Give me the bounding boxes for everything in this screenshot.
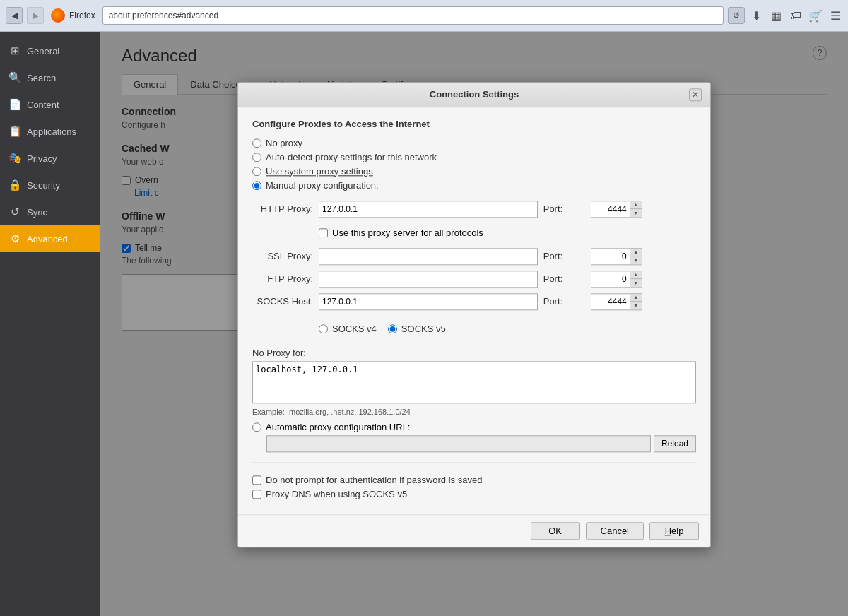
reload-button[interactable]: ↺ [728,7,745,24]
cancel-button[interactable]: Cancel [586,522,644,540]
no-proxy-textarea[interactable]: localhost, 127.0.0.1 [252,361,696,403]
sidebar-item-label: Advanced [27,234,68,244]
main-layout: ⊞ General 🔍 Search 📄 Content 📋 Applicati… [0,32,848,616]
ftp-proxy-input[interactable] [319,271,538,288]
http-proxy-row: HTTP Proxy: Port: ▲ ▼ [252,198,696,220]
auto-proxy-config-label: Automatic proxy configuration URL: [266,422,410,432]
socks-port-input[interactable] [591,293,630,310]
ssl-proxy-input[interactable] [319,248,538,265]
auto-proxy-input-row: Reload [266,435,696,452]
browser-chrome: ◀ ▶ Firefox about:preferences#advanced ↺… [0,0,848,32]
socks5-radio[interactable] [388,324,397,333]
sidebar-item-label: General [27,46,59,57]
socks4-radio[interactable] [319,324,328,333]
socks-port-down[interactable]: ▼ [630,302,642,309]
cart-icon[interactable]: 🛒 [808,8,823,23]
http-port-up[interactable]: ▲ [630,201,642,209]
system-proxy-radio[interactable] [252,167,261,176]
firefox-logo [51,8,65,23]
http-port-spinner: ▲ ▼ [591,201,693,218]
ssl-port-down[interactable]: ▼ [630,256,642,264]
socks-version-wrapper: SOCKS v4 SOCKS v5 [319,320,693,338]
sidebar-item-label: Security [27,180,60,191]
ok-button[interactable]: OK [531,522,580,540]
sidebar-icon[interactable]: ▦ [769,8,783,23]
modal-body: Configure Proxies to Access the Internet… [238,107,710,514]
sidebar-item-security[interactable]: 🔒 Security [0,172,100,199]
socks-port-spinner: ▲ ▼ [591,293,693,310]
forward-button[interactable]: ▶ [27,7,44,24]
http-proxy-label: HTTP Proxy: [252,198,316,220]
content-icon: 📄 [8,98,21,111]
help-button[interactable]: Help [649,522,699,540]
ssl-port-input[interactable] [591,248,630,265]
content-area: Advanced ? General Data Choices Network … [100,32,848,616]
http-port-input[interactable] [591,201,630,218]
http-proxy-input[interactable] [319,201,538,218]
address-bar[interactable]: about:preferences#advanced [102,6,724,25]
socks-port-label: Port: [541,290,588,313]
sidebar-item-sync[interactable]: ↺ Sync [0,199,100,225]
sync-icon: ↺ [8,206,21,218]
sidebar-item-privacy[interactable]: 🎭 Privacy [0,145,100,172]
auto-proxy-url-input[interactable] [266,435,651,452]
sidebar-item-label: Applications [27,126,76,137]
auto-proxy-config-row: Automatic proxy configuration URL: [252,422,696,432]
back-button[interactable]: ◀ [6,7,23,24]
proxy-dns-checkbox[interactable] [252,490,261,499]
modal-checkboxes: Do not prompt for authentication if pass… [252,462,696,499]
no-auth-prompt-row: Do not prompt for authentication if pass… [252,475,696,485]
proxy-section-title: Configure Proxies to Access the Internet [252,119,696,129]
ftp-port-input[interactable] [591,271,630,288]
auto-proxy-config-radio[interactable] [252,422,261,432]
ftp-proxy-row: FTP Proxy: Port: ▲ ▼ [252,268,696,290]
downloads-icon[interactable]: ⬇ [749,8,763,23]
toolbar-icons: ⬇ ▦ 🏷 🛒 ☰ [749,8,842,23]
url-text: about:preferences#advanced [109,11,218,20]
dialog-close-button[interactable]: ✕ [689,88,702,101]
socks5-label: SOCKS v5 [388,324,446,334]
sidebar-item-label: Content [27,100,59,110]
manual-proxy-radio[interactable] [252,181,261,190]
ssl-port-up[interactable]: ▲ [630,249,642,256]
ssl-proxy-label: SSL Proxy: [252,245,316,268]
no-proxy-for-label: No Proxy for: [252,348,696,358]
ftp-port-up[interactable]: ▲ [630,271,642,279]
manual-proxy-label: Manual proxy configuration: [266,180,379,191]
reload-button[interactable]: Reload [654,435,696,452]
sidebar-item-search[interactable]: 🔍 Search [0,64,100,91]
no-auth-prompt-checkbox[interactable] [252,475,261,485]
sidebar-item-advanced[interactable]: ⚙ Advanced [0,225,100,252]
socks-host-input[interactable] [319,293,538,310]
socks-host-label: SOCKS Host: [252,290,316,313]
system-proxy-radio-row: Use system proxy settings [252,166,696,177]
http-port-down[interactable]: ▼ [630,209,642,217]
sidebar-item-content[interactable]: 📄 Content [0,91,100,118]
socks-port-up[interactable]: ▲ [630,294,642,302]
modal-title: Connection Settings [259,89,689,100]
ssl-port-spinner-btns: ▲ ▼ [630,248,642,265]
ftp-port-spinner-btns: ▲ ▼ [630,271,642,288]
proxy-dns-row: Proxy DNS when using SOCKS v5 [252,489,696,499]
use-all-protocols-label: Use this proxy server for all protocols [332,227,483,238]
http-port-label: Port: [541,198,588,220]
sidebar-item-label: Sync [27,207,47,218]
menu-icon[interactable]: ☰ [828,8,842,23]
use-all-protocols-checkbox[interactable] [319,228,328,237]
auto-detect-radio[interactable] [252,153,261,162]
manual-proxy-radio-row: Manual proxy configuration: [252,180,696,191]
pocket-icon[interactable]: 🏷 [789,8,803,23]
system-proxy-label: Use system proxy settings [266,166,373,177]
sidebar-item-applications[interactable]: 📋 Applications [0,118,100,145]
ftp-port-down[interactable]: ▼ [630,279,642,287]
http-port-spinner-btns: ▲ ▼ [630,201,642,218]
modal-footer: OK Cancel Help [238,514,710,547]
sidebar-item-general[interactable]: ⊞ General [0,37,100,64]
connection-settings-dialog: Connection Settings ✕ Configure Proxies … [237,82,711,547]
example-text: Example: .mozilla.org, .net.nz, 192.168.… [252,408,696,416]
sidebar-item-label: Search [27,73,56,83]
auto-detect-radio-row: Auto-detect proxy settings for this netw… [252,152,696,162]
socks4-label: SOCKS v4 [319,324,377,334]
browser-name: Firefox [69,11,95,20]
no-proxy-radio[interactable] [252,138,261,148]
